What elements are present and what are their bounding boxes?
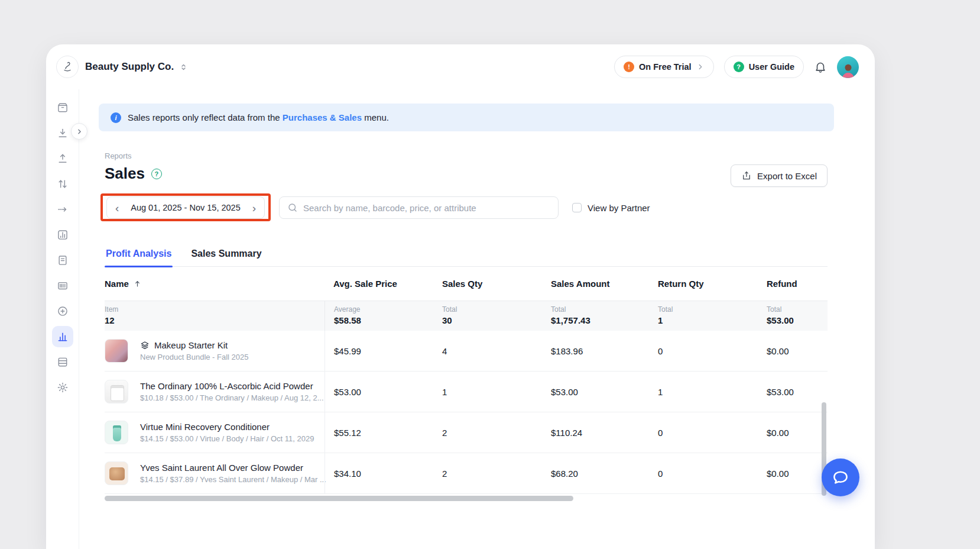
sidebar-item-stock-out[interactable] [52,148,73,169]
date-prev-button[interactable]: ‹ [113,202,121,214]
sidebar [46,89,79,549]
view-by-partner-checkbox[interactable] [572,203,582,212]
summary-amount-cell: Total $1,757.43 [551,301,658,331]
plus-circle-icon [57,305,69,317]
product-cell: Virtue Mini Recovery Conditioner $14.15 … [105,421,324,444]
sales-amount-cell: $53.00 [551,387,658,397]
product-image [105,421,128,444]
column-header-name[interactable]: Name [105,279,324,289]
user-guide-label: User Guide [749,62,794,72]
topbar-actions: ! On Free Trial ? User Guide [614,56,859,78]
summary-amount-label: Total [551,305,658,314]
box-icon [57,102,69,114]
date-range-picker: ‹ Aug 01, 2025 - Nov 15, 2025 › [106,196,265,219]
table-row[interactable]: The Ordinary 100% L-Ascorbic Acid Powder… [105,372,828,412]
info-banner-text: Sales reports only reflect data from the… [128,112,389,122]
sidebar-item-reports[interactable] [52,326,73,347]
tab-sales-summary[interactable]: Sales Summary [190,241,262,266]
summary-item-value: 12 [105,315,324,325]
search-input[interactable] [303,203,550,213]
question-badge-icon: ? [734,62,744,72]
table-row[interactable]: Virtue Mini Recovery Conditioner $14.15 … [105,412,828,453]
summary-item-cell: Item 12 [105,301,324,331]
rows-icon [57,356,69,368]
table-row[interactable]: Yves Saint Laurent All Over Glow Powder … [105,453,828,494]
summary-qty-label: Total [442,305,551,314]
summary-avg-cell: Average $58.58 [324,301,442,331]
company-name: Beauty Supply Co. [85,61,174,73]
product-cell: Yves Saint Laurent All Over Glow Powder … [105,461,324,485]
export-icon [741,170,752,181]
sales-qty-cell: 4 [442,346,551,356]
product-image [105,380,128,403]
purchases-sales-link[interactable]: Purchases & Sales [283,112,362,122]
product-subtitle: $14.15 / $37.89 / Yves Saint Laurent / M… [140,475,324,484]
beauty-logo-icon [60,60,74,74]
chart-square-icon [57,229,69,241]
search-box [279,196,559,219]
column-header-sales-amount[interactable]: Sales Amount [551,279,658,289]
summary-row: Item 12 Average $58.58 Total 30 Total $1… [105,301,828,331]
sales-amount-cell: $183.96 [551,346,658,356]
name-header-label: Name [105,279,129,289]
sidebar-item-add[interactable] [52,301,73,322]
bell-icon [814,60,827,73]
page-title-row: Sales ? [105,164,162,183]
help-icon[interactable]: ? [151,169,162,179]
summary-return-cell: Total 1 [658,301,767,331]
tab-profit-analysis[interactable]: Profit Analysis [105,241,173,266]
column-header-sales-qty[interactable]: Sales Qty [442,279,551,289]
search-icon [287,202,298,213]
info-banner: i Sales reports only reflect data from t… [99,104,834,131]
export-to-excel-label: Export to Excel [757,171,817,181]
column-header-return-qty[interactable]: Return Qty [658,279,767,289]
summary-qty-cell: Total 30 [442,301,551,331]
return-qty-cell: 0 [658,346,767,356]
return-qty-cell: 1 [658,387,767,397]
user-guide-button[interactable]: ? User Guide [724,56,804,78]
sidebar-item-transfer[interactable] [52,199,73,220]
banner-text-prefix: Sales reports only reflect data from the [128,112,283,122]
summary-return-value: 1 [658,315,767,325]
sidebar-expand-button[interactable] [71,123,87,140]
refund-cell: $0.00 [767,469,828,479]
sidebar-item-settings[interactable] [52,377,73,398]
product-name: Makeup Starter Kit [154,340,228,350]
sidebar-item-adjustments[interactable] [52,173,73,195]
table-row[interactable]: Makeup Starter Kit New Product Bundle - … [105,331,828,372]
sidebar-item-barcode[interactable] [52,275,73,296]
sidebar-item-stock-in[interactable] [52,122,73,144]
free-trial-button[interactable]: ! On Free Trial [614,56,714,78]
sidebar-item-documents[interactable] [52,250,73,271]
sidebar-item-analytics[interactable] [52,224,73,246]
company-switcher-button[interactable] [179,63,188,72]
chevron-right-icon [76,128,83,135]
date-range-label[interactable]: Aug 01, 2025 - Nov 15, 2025 [121,203,249,212]
column-header-avg-sale-price[interactable]: Avg. Sale Price [324,279,442,289]
horizontal-scrollbar[interactable] [105,496,573,501]
user-avatar[interactable] [837,56,859,78]
summary-refund-cell: Total $53.00 [767,301,828,331]
summary-item-label: Item [105,305,324,314]
date-next-button[interactable]: › [250,202,258,214]
alert-badge-icon: ! [624,62,634,72]
sort-ascending-icon [133,279,142,288]
gear-icon [57,382,69,393]
column-header-refund[interactable]: Refund [767,279,828,289]
sales-amount-cell: $68.20 [551,469,658,479]
summary-refund-value: $53.00 [767,315,828,325]
chevron-right-icon [696,63,705,71]
summary-refund-label: Total [767,305,828,314]
chat-widget-button[interactable] [822,458,859,496]
product-name: The Ordinary 100% L-Ascorbic Acid Powder [140,381,313,391]
product-name: Virtue Mini Recovery Conditioner [140,422,270,432]
summary-avg-label: Average [334,305,442,314]
product-subtitle: $10.18 / $53.00 / The Ordinary / Makeup … [140,393,324,402]
product-cell: The Ordinary 100% L-Ascorbic Acid Powder… [105,380,324,403]
notifications-button[interactable] [814,60,827,73]
sales-qty-cell: 2 [442,428,551,438]
sidebar-item-data[interactable] [52,351,73,373]
export-to-excel-button[interactable]: Export to Excel [731,164,828,187]
sidebar-item-catalog[interactable] [52,97,73,118]
upload-icon [57,153,69,164]
